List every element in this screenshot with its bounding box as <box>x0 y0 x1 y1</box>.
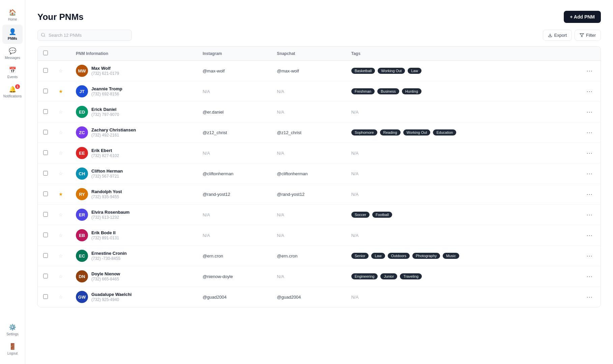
row-checkbox[interactable] <box>43 68 48 73</box>
row-checkbox[interactable] <box>43 89 48 93</box>
star-cell[interactable]: ☆ <box>53 61 70 81</box>
row-checkbox[interactable] <box>43 233 48 237</box>
star-icon[interactable]: ☆ <box>59 130 63 135</box>
star-icon[interactable]: ☆ <box>59 150 63 156</box>
star-cell[interactable]: ☆ <box>53 287 70 307</box>
avatar: CH <box>76 168 88 180</box>
more-options-button[interactable]: ⋯ <box>584 127 595 138</box>
star-cell[interactable]: ☆ <box>53 163 70 184</box>
star-cell[interactable]: ★ <box>53 184 70 205</box>
star-cell[interactable]: ☆ <box>53 266 70 287</box>
sidebar-item-events[interactable]: 📅 Events <box>2 63 23 82</box>
row-checkbox[interactable] <box>43 294 48 299</box>
pnm-phone: (732) 925-4940 <box>91 297 132 302</box>
sidebar-item-home[interactable]: 🏠 Home <box>2 5 23 25</box>
instagram-value: @guad2004 <box>203 295 227 300</box>
more-options-button[interactable]: ⋯ <box>584 271 595 281</box>
instagram-value: N/A <box>203 151 210 156</box>
star-cell[interactable]: ☆ <box>53 122 70 143</box>
tag: Photography <box>412 253 440 259</box>
tags-cell: EngineeringJuniorTraveling <box>346 266 561 287</box>
star-cell[interactable]: ☆ <box>53 246 70 266</box>
tags-cell: N/A <box>346 225 561 246</box>
sidebar-item-messages[interactable]: 💬 Messages <box>2 44 23 63</box>
instagram-value: @z12_christ <box>203 130 227 135</box>
filter-button[interactable]: Filter <box>575 30 601 41</box>
more-options-button[interactable]: ⋯ <box>584 210 595 220</box>
snapchat-cell: @ern.cron <box>271 246 346 266</box>
more-options-button[interactable]: ⋯ <box>584 292 595 302</box>
instagram-value: @rand-yost12 <box>203 192 230 197</box>
page-title: Your PNMs <box>37 12 84 22</box>
sidebar-label-logout: Logout <box>7 352 18 355</box>
sidebar-item-logout[interactable]: 🚪 Logout <box>2 339 23 359</box>
star-icon[interactable]: ☆ <box>59 294 63 300</box>
instagram-value: @er.daniel <box>203 110 224 115</box>
pnm-cell: ED Erick Daniel (732) 797-9070 <box>76 106 192 118</box>
star-icon[interactable]: ☆ <box>59 233 63 238</box>
row-checkbox[interactable] <box>43 150 48 155</box>
star-icon[interactable]: ★ <box>59 89 63 94</box>
tags-cell: BasketballWorking OutLaw <box>346 61 561 81</box>
tags-list: SoccerFootball <box>351 212 555 218</box>
select-all-checkbox[interactable] <box>43 51 48 55</box>
star-cell[interactable]: ☆ <box>53 205 70 225</box>
row-checkbox-cell <box>38 225 53 246</box>
star-cell[interactable]: ☆ <box>53 102 70 122</box>
more-options-button[interactable]: ⋯ <box>584 107 595 117</box>
star-icon[interactable]: ☆ <box>59 253 63 259</box>
star-icon[interactable]: ☆ <box>59 109 63 115</box>
search-input[interactable] <box>37 30 132 41</box>
star-icon[interactable]: ☆ <box>59 212 63 217</box>
pnm-table: PNM InformationInstagramSnapchatTags ☆ M… <box>38 47 601 307</box>
table-row: ☆ ED Erick Daniel (732) 797-9070 @er.dan… <box>38 102 601 122</box>
pnm-phone: (732) 692-8156 <box>91 92 122 96</box>
snapchat-value: N/A <box>277 233 284 238</box>
tags-cell: N/A <box>346 287 561 307</box>
row-checkbox[interactable] <box>43 109 48 114</box>
row-checkbox[interactable] <box>43 253 48 258</box>
more-options-button[interactable]: ⋯ <box>584 251 595 261</box>
row-checkbox[interactable] <box>43 130 48 134</box>
pnm-cell: EB Erik Bode II (732) 891-0131 <box>76 229 192 241</box>
star-cell[interactable]: ☆ <box>53 143 70 163</box>
more-options-button[interactable]: ⋯ <box>584 148 595 158</box>
more-options-button[interactable]: ⋯ <box>584 230 595 240</box>
more-options-button[interactable]: ⋯ <box>584 189 595 199</box>
instagram-cell: @nienow-doyle <box>197 266 271 287</box>
svg-point-0 <box>41 33 45 36</box>
tag: Soccer <box>351 212 370 218</box>
sidebar-item-settings[interactable]: ⚙️ Settings <box>2 320 23 339</box>
svg-line-1 <box>44 36 45 37</box>
row-checkbox[interactable] <box>43 171 48 176</box>
more-options-button[interactable]: ⋯ <box>584 86 595 96</box>
star-header <box>53 47 70 61</box>
row-checkbox[interactable] <box>43 191 48 196</box>
pnm-cell: EE Erik Ebert (732) 827-6102 <box>76 147 192 159</box>
row-checkbox[interactable] <box>43 212 48 217</box>
add-pnm-button[interactable]: + Add PNM <box>564 11 601 23</box>
snapchat-cell: N/A <box>271 102 346 122</box>
sidebar-item-pnms[interactable]: 👤 PNMs <box>2 25 23 44</box>
table-row: ☆ EC Ernestine Cronin (732) -730-8455 @e… <box>38 246 601 266</box>
more-options-button[interactable]: ⋯ <box>584 169 595 179</box>
star-icon[interactable]: ☆ <box>59 274 63 279</box>
row-checkbox-cell <box>38 184 53 205</box>
star-cell[interactable]: ★ <box>53 81 70 102</box>
row-checkbox[interactable] <box>43 274 48 278</box>
star-icon[interactable]: ☆ <box>59 171 63 176</box>
tags-list: SeniorLawOutdoorsPhotographyMusic <box>351 253 555 259</box>
sidebar-label-home: Home <box>8 18 17 21</box>
more-options-button[interactable]: ⋯ <box>584 66 595 76</box>
star-icon[interactable]: ★ <box>59 191 63 197</box>
snapchat-cell: @z12_christ <box>271 122 346 143</box>
instagram-cell: N/A <box>197 81 271 102</box>
pnm-name: Randolph Yost <box>91 189 122 194</box>
snapchat-value: @rand-yost12 <box>277 192 304 197</box>
star-icon[interactable]: ☆ <box>59 68 63 73</box>
export-button[interactable]: Export <box>543 30 572 41</box>
actions-cell: ⋯ <box>561 163 601 184</box>
sidebar-item-notifications[interactable]: 🔔 Notifications 1 <box>2 82 23 101</box>
instagram-value: @nienow-doyle <box>203 274 233 279</box>
star-cell[interactable]: ☆ <box>53 225 70 246</box>
